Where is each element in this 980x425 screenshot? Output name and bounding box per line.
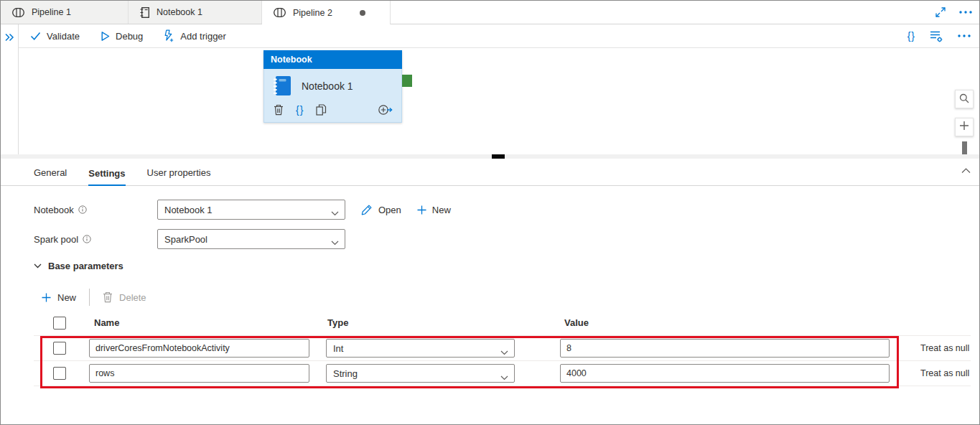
notebook-field-row: Notebook Notebook 1 Open	[34, 200, 451, 220]
tab-general[interactable]: General	[34, 167, 67, 185]
notebook-icon	[140, 7, 149, 18]
pipeline-icon	[274, 8, 286, 17]
notebook-dropdown-value: Notebook 1	[164, 205, 213, 215]
tab-user-properties[interactable]: User properties	[147, 167, 211, 185]
plus-icon	[959, 120, 969, 134]
parameter-value-input[interactable]	[560, 339, 890, 358]
column-header-type: Type	[327, 317, 348, 328]
expand-panel-button[interactable]	[4, 33, 15, 44]
expand-icon[interactable]	[935, 6, 946, 18]
spark-pool-label-group: Spark pool	[34, 234, 157, 245]
command-divider	[89, 289, 90, 306]
activity-code-icon[interactable]: {}	[296, 104, 304, 116]
parameter-row: Int Treat as null	[1, 336, 979, 360]
tab-pipeline-2[interactable]: Pipeline 2	[262, 1, 391, 24]
tab-label: Notebook 1	[157, 7, 202, 17]
add-trigger-button[interactable]: Add trigger	[163, 29, 226, 42]
notebook-activity-icon	[273, 75, 291, 97]
unsaved-changes-dot	[360, 10, 365, 16]
delete-parameter-label: Delete	[119, 292, 146, 303]
chevron-down-icon	[34, 263, 42, 268]
parameter-type-value: Int	[333, 343, 343, 354]
tabbar-actions	[935, 1, 972, 24]
select-all-checkbox[interactable]	[53, 317, 66, 330]
parameters-command-bar: New Delete	[42, 288, 146, 307]
tab-settings[interactable]: Settings	[88, 168, 125, 186]
properties-icon[interactable]	[930, 30, 943, 42]
treat-as-null-checkbox[interactable]	[53, 342, 66, 355]
trash-icon	[103, 291, 113, 303]
parameters-table-header: Name Type Value	[1, 314, 979, 332]
zoom-in-button[interactable]	[955, 118, 974, 136]
parameter-type-dropdown[interactable]: Int	[326, 339, 515, 358]
pipeline-toolbar: Validate Debug Add trigger {}	[19, 24, 979, 48]
base-parameters-toggle[interactable]: Base parameters	[34, 261, 123, 271]
tab-label: Pipeline 1	[32, 7, 71, 17]
column-header-name: Name	[94, 317, 119, 328]
treat-as-null-checkbox[interactable]	[53, 367, 66, 380]
pipeline-icon	[12, 8, 24, 17]
document-tabbar: Pipeline 1 Notebook 1 Pipeline 2	[1, 1, 979, 24]
notebook-field-label: Notebook	[34, 205, 74, 215]
more-options-icon[interactable]	[959, 11, 972, 14]
tab-notebook-1[interactable]: Notebook 1	[129, 1, 262, 24]
base-parameters-title: Base parameters	[48, 261, 123, 271]
tab-pipeline-1[interactable]: Pipeline 1	[1, 1, 129, 24]
chevron-down-icon	[331, 207, 339, 218]
play-icon	[100, 31, 110, 42]
collapsed-panel-strip	[1, 24, 19, 154]
spark-pool-field-label: Spark pool	[34, 234, 78, 245]
parameter-name-input[interactable]	[89, 364, 309, 383]
clone-activity-icon[interactable]	[316, 104, 327, 116]
parameter-value-input[interactable]	[560, 364, 890, 383]
zoom-slider[interactable]	[962, 141, 967, 154]
open-notebook-button[interactable]: Open	[361, 204, 401, 215]
column-header-value: Value	[564, 317, 589, 328]
plus-icon	[42, 293, 51, 302]
toolbar-right-actions: {}	[907, 30, 971, 42]
pencil-icon	[361, 204, 373, 215]
spark-pool-dropdown-value: SparkPool	[164, 234, 207, 245]
new-parameter-button[interactable]: New	[42, 292, 76, 303]
add-trigger-label: Add trigger	[180, 31, 226, 42]
search-icon	[959, 93, 969, 106]
spark-pool-dropdown[interactable]: SparkPool	[157, 229, 345, 249]
activity-name: Notebook 1	[302, 80, 353, 92]
notebook-field-label-group: Notebook	[34, 205, 157, 215]
parameter-name-input[interactable]	[89, 339, 309, 358]
notebook-dropdown[interactable]: Notebook 1	[157, 200, 345, 220]
validate-button[interactable]: Validate	[30, 31, 80, 42]
activity-config-panel: General Settings User properties Noteboo…	[1, 159, 979, 424]
open-label: Open	[378, 205, 401, 215]
pipeline-canvas[interactable]: Notebook Notebook 1 {}	[19, 49, 979, 154]
new-label: New	[432, 205, 451, 215]
parameter-type-dropdown[interactable]: String	[326, 364, 515, 383]
validate-label: Validate	[47, 31, 80, 42]
collapse-panel-icon[interactable]	[961, 168, 971, 174]
plus-icon	[417, 205, 426, 215]
document-tabs: Pipeline 1 Notebook 1 Pipeline 2	[1, 1, 391, 24]
spark-pool-field-row: Spark pool SparkPool	[34, 229, 345, 249]
activity-body: Notebook 1 {}	[263, 69, 402, 123]
parameter-row: String Treat as null	[1, 361, 979, 386]
lightning-plus-icon	[163, 29, 174, 42]
debug-button[interactable]: Debug	[100, 31, 143, 42]
delete-activity-icon[interactable]	[274, 104, 284, 116]
treat-as-null-label: Treat as null	[920, 343, 969, 353]
chevron-down-icon	[331, 237, 339, 248]
success-output-port[interactable]	[402, 75, 412, 87]
chevron-down-icon	[500, 372, 508, 383]
code-view-icon[interactable]: {}	[907, 30, 915, 42]
row-separator	[34, 386, 971, 386]
chevron-down-icon	[500, 347, 508, 358]
check-icon	[30, 31, 41, 41]
new-parameter-label: New	[57, 292, 76, 303]
notebook-activity-node[interactable]: Notebook Notebook 1 {}	[263, 50, 402, 123]
add-output-icon[interactable]	[378, 104, 393, 116]
more-options-icon[interactable]	[958, 34, 971, 37]
delete-parameter-button: Delete	[103, 291, 146, 303]
new-notebook-button[interactable]: New	[417, 205, 451, 215]
canvas-search-button[interactable]	[955, 90, 974, 108]
tab-label: Pipeline 2	[293, 8, 332, 18]
parameter-type-value: String	[333, 368, 358, 379]
